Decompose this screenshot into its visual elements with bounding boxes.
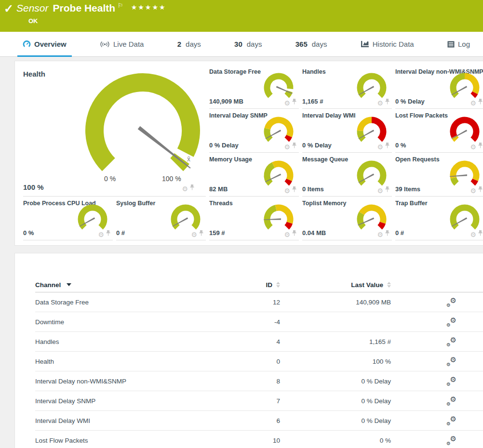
tab-365-days[interactable]: 365days [293, 32, 330, 56]
pin-icon[interactable] [478, 98, 483, 106]
channel-id-cell: 4 [242, 338, 280, 345]
column-header-last-value[interactable]: Last Value [280, 281, 391, 289]
gear-icon[interactable]: ⚙ [377, 144, 383, 150]
gauge-panel[interactable]: Interval Delay non-WMI&SNMP0 % Delay⚙ [395, 65, 483, 109]
gear-icon[interactable]: ⚙ [284, 100, 290, 106]
table-row[interactable]: Interval Delay SNMP70 % Delay⚙⚙ [35, 391, 483, 411]
gear-icon[interactable]: ⚙ [470, 231, 476, 238]
priority-stars[interactable]: ★★★★★ [131, 3, 166, 11]
tab-30-days[interactable]: 30days [232, 32, 264, 56]
historic-data-icon [361, 40, 369, 48]
gauge-panel[interactable]: Syslog Buffer0 #⚙ [116, 197, 206, 240]
sort-arrows-icon [387, 282, 391, 288]
gear-icon[interactable]: ⚙ [377, 100, 383, 106]
column-header-channel[interactable]: Channel [35, 281, 242, 289]
gauge-panel[interactable]: Interval Delay WMI0 % Delay⚙ [302, 109, 392, 153]
gauge-panel[interactable]: Toplist Memory0.04 MB⚙ [302, 197, 392, 240]
gauge-panel[interactable]: Memory Usage82 MB⚙ [209, 153, 299, 197]
column-header-id[interactable]: ID [242, 281, 280, 289]
table-row[interactable]: Interval Delay non-WMI&SNMP80 % Delay⚙⚙ [35, 371, 483, 391]
settings-gears-icon[interactable]: ⚙⚙ [447, 377, 456, 385]
gauge-tools: ⚙ [470, 142, 483, 150]
channel-name-cell: Interval Delay SNMP [35, 397, 242, 405]
settings-gears-icon[interactable]: ⚙⚙ [447, 298, 456, 306]
pin-icon[interactable] [199, 229, 203, 238]
tab-overview[interactable]: Overview [20, 32, 69, 56]
channel-name-cell: Interval Delay non-WMI&SNMP [35, 378, 242, 385]
gauge-scale-min: 0 % [104, 175, 116, 183]
flag-icon[interactable]: ⚐ [118, 2, 123, 9]
table-row[interactable]: Handles41,165 #⚙⚙ [35, 332, 483, 352]
pin-icon[interactable] [292, 98, 296, 106]
settings-gears-icon[interactable]: ⚙⚙ [447, 416, 456, 425]
gauge-panel[interactable]: Lost Flow Packets0 %⚙ [395, 109, 483, 153]
pin-icon[interactable] [478, 185, 483, 194]
table-row[interactable]: Data Storage Free12140,909 MB⚙⚙ [35, 292, 483, 312]
gear-icon: ⚙ [450, 336, 456, 343]
settings-gears-icon[interactable]: ⚙⚙ [447, 337, 456, 346]
settings-gears-icon[interactable]: ⚙⚙ [447, 357, 456, 366]
gear-icon[interactable]: ⚙ [470, 100, 476, 106]
table-row[interactable]: Interval Delay WMI60 % Delay⚙⚙ [35, 411, 483, 431]
gauge-panel[interactable]: Data Storage Free140,909 MB⚙ [209, 65, 299, 109]
channel-table-card: ChannelIDLast ValueData Storage Free1214… [14, 253, 483, 448]
gauge-panel[interactable]: Handles1,165 #⚙ [302, 65, 392, 109]
settings-gears-icon[interactable]: ⚙⚙ [447, 436, 456, 445]
gear-icon[interactable]: ⚙ [470, 187, 476, 194]
settings-gears-icon[interactable]: ⚙⚙ [447, 317, 456, 326]
gauge-tools: ⚙ [377, 185, 389, 194]
channel-id-cell: 0 [242, 358, 280, 365]
gear-icon[interactable]: ⚙ [191, 231, 197, 238]
tab-historic-data[interactable]: Historic Data [358, 32, 416, 56]
table-row[interactable]: Lost Flow Packets100 %⚙⚙ [35, 431, 483, 448]
pin-icon[interactable] [385, 185, 389, 194]
gauge-tools: ⚙ [377, 229, 389, 238]
gear-icon: ⚙ [450, 415, 456, 422]
pin-icon[interactable] [292, 142, 296, 150]
gauge-panel[interactable]: Open Requests39 Items⚙ [395, 153, 483, 197]
gear-icon[interactable]: ⚙ [98, 231, 104, 238]
gauge-tools: ⚙ [284, 229, 296, 238]
gear-icon[interactable]: ⚙ [470, 144, 476, 150]
gauge-panel[interactable]: Interval Delay SNMP0 % Delay⚙ [209, 109, 299, 153]
gear-icon[interactable]: ⚙ [284, 231, 290, 238]
pin-icon[interactable] [190, 184, 194, 192]
gauge-panel[interactable]: Trap Buffer0 #⚙ [395, 197, 483, 240]
pin-icon[interactable] [292, 185, 296, 194]
channel-name-cell: Data Storage Free [35, 299, 242, 306]
gauge-panel[interactable]: Message Queue0 Items⚙ [302, 153, 392, 197]
gauge-panel[interactable]: Probe Process CPU Load0 %⚙ [23, 197, 113, 240]
gear-icon: ⚙ [450, 356, 456, 363]
pin-icon[interactable] [385, 229, 389, 238]
pin-icon[interactable] [478, 229, 483, 238]
gear-icon[interactable]: ⚙ [377, 231, 383, 238]
tab-2-days[interactable]: 2days [175, 32, 203, 56]
channel-last-value-cell: 0 % Delay [280, 417, 391, 424]
pin-icon[interactable] [106, 229, 110, 238]
gear-icon[interactable]: ⚙ [284, 144, 290, 150]
tab-label: Historic Data [373, 40, 414, 48]
gauge-panel[interactable]: Threads159 #⚙ [209, 197, 299, 240]
gear-icon: ⚙ [446, 362, 451, 367]
table-row[interactable]: Health0100 %⚙⚙ [35, 352, 483, 371]
gear-icon[interactable]: ⚙ [377, 187, 383, 194]
table-row[interactable]: Downtime-4⚙⚙ [35, 312, 483, 332]
gauge-panel-health[interactable]: Healthx̄0 %100 %100 %⚙ [23, 65, 206, 197]
gear-icon[interactable]: ⚙ [284, 187, 290, 194]
object-kind-label: Sensor [16, 2, 49, 13]
gear-icon[interactable]: ⚙ [182, 185, 188, 192]
channel-actions-cell: ⚙⚙ [391, 416, 483, 425]
pin-icon[interactable] [385, 98, 389, 106]
gear-icon: ⚙ [446, 382, 451, 387]
pin-icon[interactable] [292, 229, 296, 238]
mean-symbol: x̄ [187, 155, 190, 163]
check-icon: ✓ [4, 2, 13, 15]
gauge-tools: ⚙ [182, 184, 194, 192]
gauges-card: Healthx̄0 %100 %100 %⚙Data Storage Free1… [14, 61, 483, 246]
column-header-label: Last Value [351, 281, 383, 289]
pin-icon[interactable] [385, 142, 389, 150]
tab-live-data[interactable]: Live Data [97, 32, 146, 56]
settings-gears-icon[interactable]: ⚙⚙ [447, 396, 456, 405]
tab-log[interactable]: Log [445, 32, 472, 56]
pin-icon[interactable] [478, 142, 483, 150]
